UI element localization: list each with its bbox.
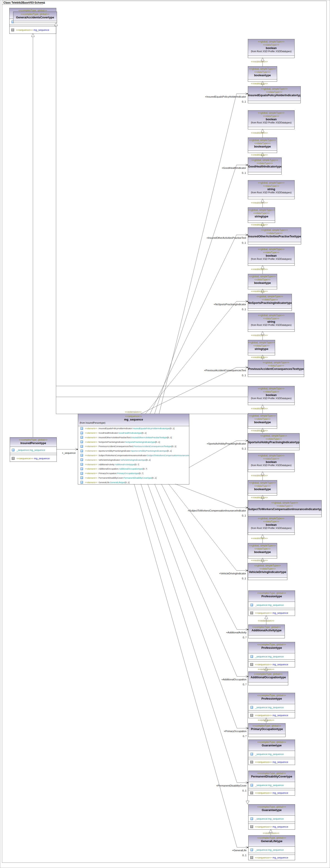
sequence-row[interactable]: <<sequence>> mg_sequence	[248, 855, 295, 860]
class-NoSportsPractisingIndicatortype[interactable]: <<global, simpleType>><<dataType>>NoSpor…	[248, 294, 292, 311]
attribute-row[interactable]: _sequence:mg_sequence	[10, 446, 57, 453]
class-string[interactable]: <<global, simpleType>><<dataType>>string…	[248, 180, 295, 199]
text-label: SportsAsHobbyPractisingIndicator:	[98, 450, 131, 452]
element-text: <<element>> AdditionalActivity:Additiona…	[85, 463, 139, 466]
sequence-row[interactable]: <<sequence>> mg_sequence	[248, 610, 295, 616]
class-header: <<global, simpleType>><<dataType>>string…	[248, 340, 275, 353]
attribute-icon	[250, 784, 253, 786]
stereotype-label: <<dataType>>	[248, 567, 287, 570]
class-booleantype[interactable]: <<global, simpleType>><<dataType>>boolea…	[248, 480, 277, 496]
class-Professiontype[interactable]: <<complexType, global>>Professiontype_se…	[248, 642, 295, 668]
text-label: _sequence:mg_sequence	[255, 848, 284, 851]
class-SubjectToWorkersCompensationInsuranceIndicatortype[interactable]: <<global, simpleType>><<dataType>>Subjec…	[248, 500, 322, 517]
stereotype-label: <<global, simpleType>>	[248, 228, 301, 231]
class-PrimaryOccupationtype[interactable]: <<complexType, global>>PrimaryOccupation…	[248, 723, 286, 737]
class-boolean[interactable]: <<global, simpleType>><<dataType>>boolea…	[248, 110, 295, 129]
class-Professiontype[interactable]: <<complexType, global>>Professiontype_se…	[248, 693, 295, 718]
class-header: <<global, simpleType>><<dataType>>boolea…	[248, 480, 277, 493]
attribute-row[interactable]: _sequence:mg_sequence	[248, 704, 295, 710]
class-name: InsuredPersontype	[10, 441, 57, 445]
stereotype-label: <<dataType>>	[248, 457, 294, 460]
text-label: InsuredOtherActivitiesPractiseText:	[98, 436, 131, 439]
class-InsuredEqualsPolicyHolderIndicatortype[interactable]: <<global, simpleType>><<dataType>>Insure…	[248, 86, 301, 103]
element-row[interactable]: <<element>> VehicleDrivingIndicator:Vehi…	[78, 458, 189, 462]
attribute-row[interactable]: _sequence:mg_sequence	[248, 815, 295, 822]
class-GoodHealthIndicatortype[interactable]: <<global, simpleType>><<dataType>>GoodHe…	[248, 157, 282, 175]
class-name: boolean	[248, 46, 294, 50]
element-text: <<element>> NoSportsPractisingIndicator:…	[85, 441, 160, 443]
class-booleantype[interactable]: <<global, simpleType>><<dataType>>boolea…	[248, 413, 277, 429]
stereotype-label: <<dataType>>	[248, 278, 277, 281]
attribute-icon	[80, 463, 83, 466]
attribute-row[interactable]: _sequence:mg_sequence	[248, 751, 295, 757]
attribute-row[interactable]: _sequence:mg_sequence	[248, 653, 295, 659]
class-mg_sequence[interactable]: <<sequence>>mg_sequence(from InsuredPers…	[78, 414, 189, 485]
class-name: mg_sequence	[78, 418, 189, 422]
class-PermanentDisabilityCovertype[interactable]: <<complexType, global>>PermanentDisabili…	[248, 771, 295, 796]
element-row[interactable]: <<element>> GeneralLife:GeneralLifetype[…	[78, 480, 189, 484]
class-GeneralAccidentsCovertype[interactable]: <<complexType, global>>GeneralAccidentsC…	[13, 11, 57, 23]
stereotype-label: <<dataType>>	[248, 184, 294, 187]
class-header: <<global, simpleType>><<dataType>>boolea…	[248, 247, 294, 263]
stereotype-label: <<global, simpleType>>	[248, 208, 275, 212]
element-row[interactable]: <<element>> InsuredEqualsPolicyHolderInd…	[78, 426, 189, 431]
class-InsuredPersontype[interactable]: <<complexType, global>>InsuredPersontype…	[10, 437, 57, 462]
class-PreviousAccidentConsequencesTexttype[interactable]: <<global, simpleType>><<dataType>>Previo…	[248, 360, 304, 377]
attribute-row[interactable]: _sequence:mg_sequence	[248, 846, 295, 853]
element-row[interactable]: <<element>> PreviousAccidentConsequences…	[78, 444, 189, 448]
class-boolean[interactable]: <<global, simpleType>><<dataType>>boolea…	[248, 516, 295, 535]
attribute-row[interactable]: _sequence:mg_sequence	[248, 601, 295, 608]
element-row[interactable]: <<element>> InsuredOtherActivitiesPracti…	[78, 435, 189, 440]
stereotype-label: <<global, simpleType>>	[248, 158, 281, 162]
attribute-icon	[80, 481, 83, 484]
class-GeneralLifetype[interactable]: <<complexType, global>>GeneralLifetype_s…	[248, 835, 295, 860]
sequence-row[interactable]: <<sequence>> mg_sequence	[248, 824, 295, 830]
text-label: [0..1]	[155, 441, 160, 443]
class-stringtype[interactable]: <<global, simpleType>><<dataType>>string…	[248, 340, 275, 355]
class-AdditionalOccupationtype[interactable]: <<complexType, global>>AdditionalOccupat…	[248, 672, 288, 685]
class-boolean[interactable]: <<global, simpleType>><<dataType>>boolea…	[248, 39, 295, 58]
text-label: _sequence:mg_sequence	[255, 817, 284, 820]
element-row[interactable]: <<element>> PrimaryOccupation:PrimaryOcc…	[78, 471, 189, 476]
stereotype-label: <<global, simpleType>>	[248, 181, 294, 184]
class-string[interactable]: <<global, simpleType>><<dataType>>string…	[248, 313, 295, 332]
class-Guaranteetype[interactable]: <<complexType, global>>Guaranteetype_seq…	[248, 740, 295, 765]
sequence-row[interactable]: <<sequence>> mg_sequence	[248, 712, 295, 718]
element-row[interactable]: <<element>> SportsAsHobbyPractisingIndic…	[78, 448, 189, 453]
element-row[interactable]: <<element>> GoodHealthIndicator:GoodHeal…	[78, 431, 189, 435]
class-Professiontype[interactable]: <<complexType, global>>Professiontype_se…	[248, 590, 295, 616]
class-VehicleDrivingIndicatortype[interactable]: <<global, simpleType>><<dataType>>Vehicl…	[248, 563, 287, 580]
sequence-row[interactable]: <<sequence>> mg_sequence	[248, 790, 295, 795]
class-stringtype[interactable]: <<global, simpleType>><<dataType>>string…	[248, 208, 275, 223]
class-InsuredOtherActivitiesPractiseTexttype[interactable]: <<global, simpleType>><<dataType>>Insure…	[248, 227, 301, 244]
element-row[interactable]: <<element>> NoSportsPractisingIndicator:…	[78, 439, 189, 444]
element-text: <<element>> PreviousAccidentConsequences…	[85, 445, 176, 447]
attribute-row[interactable]: _sequence:mg_sequence	[248, 782, 295, 788]
element-row[interactable]: <<element>> SubjectToWorkersCompensation…	[78, 453, 189, 458]
class-booleantype[interactable]: <<global, simpleType>><<dataType>>boolea…	[248, 274, 277, 289]
element-row[interactable]: <<element>> PermanentDisabilityCover:Per…	[78, 475, 189, 480]
empty-compartment	[248, 448, 299, 450]
stereotype-label: <<dataType>>	[248, 437, 299, 440]
class-AdditionalActivitytype[interactable]: <<complexType, global>>AdditionalActivit…	[248, 624, 285, 638]
sequence-icon	[250, 714, 253, 717]
sequence-row[interactable]: <<sequence>> mg_sequence	[248, 661, 295, 667]
sequence-row[interactable]: <<sequence>> mg_sequence	[10, 455, 57, 462]
text-label: _sequence:mg_sequence	[255, 784, 284, 786]
class-boolean[interactable]: <<global, simpleType>><<dataType>>boolea…	[248, 386, 295, 405]
class-booleantype[interactable]: <<global, simpleType>><<dataType>>boolea…	[248, 137, 277, 153]
class-booleantype[interactable]: <<global, simpleType>><<dataType>>boolea…	[248, 66, 277, 82]
empty-compartment	[248, 532, 294, 535]
class-boolean[interactable]: <<global, simpleType>><<dataType>>boolea…	[248, 453, 295, 472]
sequence-row[interactable]: <<sequence>> mg_sequence	[248, 759, 295, 765]
element-row[interactable]: <<element>> AdditionalActivity:Additiona…	[78, 462, 189, 467]
element-row[interactable]: <<element>> AdditionalOccupation:Additio…	[78, 467, 189, 471]
class-SportsAsHobbyPractisingIndicatortype[interactable]: <<global, simpleType>><<dataType>>Sports…	[248, 433, 300, 450]
empty-compartment	[248, 608, 295, 610]
class-booleantype[interactable]: <<global, simpleType>><<dataType>>boolea…	[248, 543, 277, 558]
attribute-icon	[80, 440, 83, 443]
sequence-row[interactable]: <<sequence>> mg_sequence	[9, 26, 56, 34]
class-Guaranteetype[interactable]: <<complexType, global>>Guaranteetype_seq…	[248, 804, 295, 830]
class-boolean[interactable]: <<global, simpleType>><<dataType>>boolea…	[248, 247, 295, 266]
stereotype-label: <<dataType>>	[248, 231, 301, 235]
